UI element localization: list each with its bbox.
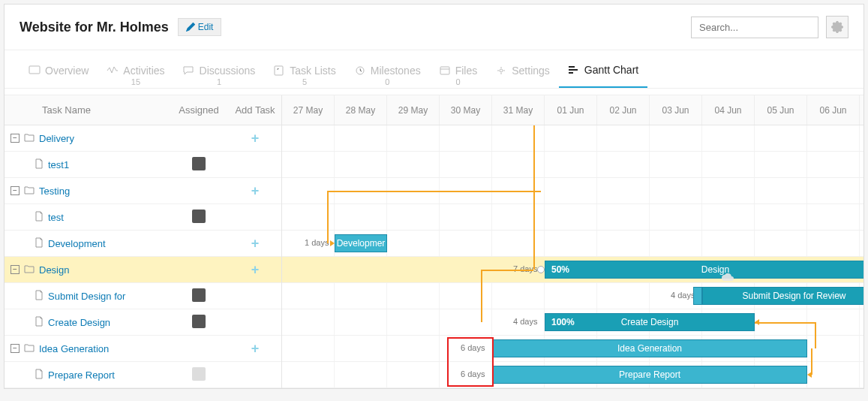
task-name: Submit Design for	[48, 291, 125, 302]
toggle-collapse[interactable]: −	[11, 134, 20, 143]
timeline-row: Developmer1 days	[282, 231, 863, 257]
task-row: test	[5, 204, 281, 231]
pencil-icon	[186, 23, 195, 32]
date-header: 04 Jun	[702, 95, 755, 125]
task-name-cell[interactable]: test	[5, 211, 169, 224]
bar-handle[interactable]	[537, 266, 545, 273]
timeline-row	[282, 125, 863, 152]
tab-discussions[interactable]: Discussions 1	[174, 50, 265, 88]
toggle-collapse[interactable]: −	[11, 344, 20, 353]
task-name-cell[interactable]: Submit Design for	[5, 290, 169, 303]
avatar[interactable]	[192, 157, 206, 170]
bar-label: Developmer	[337, 238, 386, 249]
gantt-bar[interactable]: Submit Design for Review	[702, 287, 863, 305]
tab-files[interactable]: Files 0	[430, 50, 487, 88]
toggle-collapse[interactable]: −	[11, 186, 20, 195]
page-icon	[35, 290, 44, 303]
tasklist-icon	[273, 65, 285, 76]
bar-label: Create Design	[621, 317, 679, 327]
avatar-placeholder[interactable]	[192, 367, 206, 381]
svg-rect-6	[569, 69, 578, 71]
folder-icon	[24, 343, 35, 354]
tab-task-lists[interactable]: Task Lists 5	[264, 50, 344, 88]
task-name: Prepare Report	[48, 369, 115, 381]
avatar[interactable]	[192, 210, 206, 223]
add-task-cell: +	[229, 341, 281, 357]
task-row: Create Design	[5, 309, 281, 336]
tab-label: Gantt Chart	[584, 64, 638, 76]
add-task-button[interactable]: +	[251, 131, 260, 146]
progress-pct: 50%	[551, 264, 569, 275]
svg-point-4	[500, 69, 503, 72]
toggle-collapse[interactable]: −	[11, 265, 20, 274]
timeline-row: 50%Design7 days	[282, 257, 863, 283]
col-header-name: Task Name	[5, 104, 169, 116]
task-name: Delivery	[39, 133, 74, 144]
add-task-cell: +	[229, 236, 281, 252]
bar-handle[interactable]	[693, 287, 702, 305]
folder-icon	[24, 185, 35, 197]
avatar[interactable]	[192, 315, 206, 328]
date-header: 01 Jun	[545, 95, 597, 125]
tab-gantt-chart[interactable]: Gantt Chart	[559, 50, 647, 88]
task-name-cell[interactable]: test1	[5, 158, 169, 171]
task-name-cell[interactable]: −Testing	[5, 185, 169, 197]
task-name-cell[interactable]: Prepare Report	[5, 369, 169, 381]
gantt-bar[interactable]: Prepare Report	[492, 366, 807, 384]
cloud-icon	[721, 273, 736, 282]
tab-count: 5	[302, 77, 307, 86]
task-row: −Idea Generation+	[5, 336, 281, 362]
add-task-button[interactable]: +	[251, 183, 260, 198]
svg-rect-3	[440, 67, 449, 74]
add-task-button[interactable]: +	[251, 262, 260, 277]
bar-label: Idea Generation	[617, 343, 682, 354]
gantt-bar[interactable]: 50%Design	[545, 261, 863, 279]
duration-label: 4 days	[671, 291, 695, 300]
col-header-add: Add Task	[229, 104, 281, 116]
settings-gear-button[interactable]	[826, 16, 848, 38]
assigned-cell	[169, 367, 229, 383]
gantt-bar[interactable]: Idea Generation	[492, 339, 807, 357]
task-name-cell[interactable]: −Delivery	[5, 133, 169, 144]
page-icon	[35, 237, 44, 250]
tab-activities[interactable]: Activities 15	[98, 50, 173, 88]
edit-button[interactable]: Edit	[178, 18, 222, 36]
svg-rect-7	[569, 72, 573, 74]
gantt-icon	[568, 65, 580, 75]
folder-icon	[24, 133, 35, 144]
task-name-cell[interactable]: −Idea Generation	[5, 343, 169, 354]
activities-icon	[107, 65, 119, 76]
timeline-row	[282, 204, 863, 231]
task-name-cell[interactable]: Development	[5, 237, 169, 250]
duration-label: 1 days	[305, 238, 329, 247]
timeline-row	[282, 152, 863, 178]
task-name-cell[interactable]: −Design	[5, 264, 169, 276]
tab-milestones[interactable]: Milestones 0	[345, 50, 430, 88]
task-name: Idea Generation	[39, 343, 109, 354]
gantt-bar[interactable]: 100%Create Design	[545, 313, 755, 331]
task-row: Submit Design for	[5, 283, 281, 309]
date-header: 05 Jun	[755, 95, 807, 125]
add-task-cell: +	[229, 183, 281, 199]
date-header: 06 Jun	[807, 95, 860, 125]
add-task-button[interactable]: +	[251, 236, 260, 251]
tab-count: 0	[385, 77, 389, 86]
page-icon	[35, 369, 44, 381]
add-task-cell: +	[229, 262, 281, 278]
task-row: Prepare Report	[5, 362, 281, 388]
dependency-arrow	[807, 372, 812, 378]
assigned-cell	[169, 288, 229, 304]
timeline-row: Submit Design for Review4 days	[282, 283, 863, 309]
date-header: 30 May	[440, 95, 492, 125]
add-task-button[interactable]: +	[251, 341, 260, 356]
edit-label: Edit	[198, 22, 214, 32]
avatar[interactable]	[192, 288, 206, 302]
task-name-cell[interactable]: Create Design	[5, 316, 169, 329]
tab-settings[interactable]: Settings	[486, 50, 559, 88]
task-row: test1	[5, 152, 281, 178]
search-input[interactable]	[691, 17, 818, 38]
gantt-bar[interactable]: Developmer	[335, 234, 387, 252]
tab-overview[interactable]: Overview	[20, 50, 98, 88]
task-name: Testing	[39, 185, 70, 197]
timeline-row: Idea Generation6 days	[282, 336, 863, 362]
